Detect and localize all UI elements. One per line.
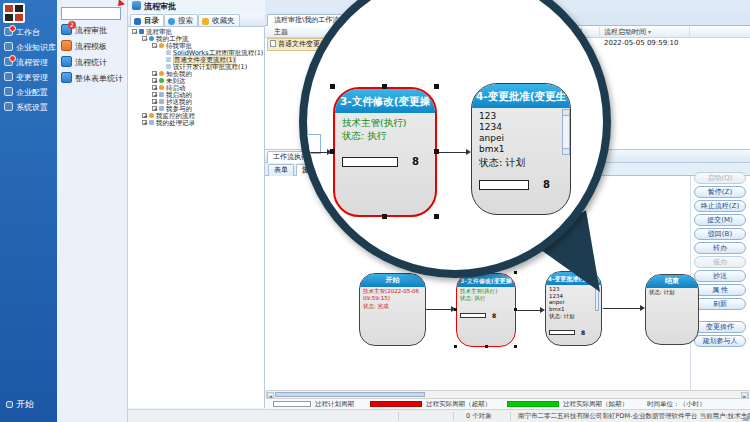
selection-handle (454, 345, 457, 348)
partial-node (299, 134, 321, 154)
node-count: 8 (543, 179, 550, 190)
object-count: 0 个对象 (466, 410, 492, 422)
collapse-icon[interactable] (142, 36, 147, 41)
tab-search[interactable]: 搜索 (164, 14, 198, 26)
selection-handle (434, 84, 439, 89)
expand-icon[interactable] (142, 113, 147, 118)
sidebar-item-process[interactable]: 流程管理 (0, 56, 57, 70)
tab-favorites[interactable]: 收藏夹 (198, 14, 240, 26)
scrollbar-thumb[interactable] (275, 392, 425, 397)
change-operation-button[interactable]: 变更操作 (694, 321, 746, 333)
tree-node-my-records[interactable]: 我的处理记录 (128, 120, 265, 127)
search-input[interactable] (61, 7, 121, 20)
workbench-icon (4, 27, 13, 36)
sidebar-item-change[interactable]: 变更管理 (0, 71, 57, 85)
tree-node-to-start[interactable]: 待启动 (128, 85, 265, 92)
tree-node-root[interactable]: 流程审批 (128, 29, 265, 36)
expand-icon[interactable] (152, 99, 157, 104)
flow-node-start[interactable]: 开始 技术主管(2022-05-06 09:59:15) 状态: 完成 (359, 273, 426, 346)
selection-handle (330, 84, 335, 89)
selection-handle (514, 271, 517, 274)
flow-node-file-modify[interactable]: 3-文件修改(变更操 技术主管(执行) 状态: 执行 8 (456, 273, 516, 347)
refresh-button[interactable]: 刷新 (694, 298, 746, 310)
tree-node-not-arrived[interactable]: 未到达 (128, 78, 265, 85)
flow-node-end[interactable]: 结束 状态: 计划 (645, 274, 699, 345)
launcher-process-stats[interactable]: 流程统计 (61, 56, 125, 70)
flow-doc-icon (166, 64, 171, 69)
tab-form[interactable]: 表单 (268, 164, 294, 176)
tree-node-my-workflows[interactable]: 我的工作流 (128, 36, 265, 43)
col-launch-time[interactable]: 流程启动时间 (604, 26, 651, 38)
catalog-icon (134, 18, 141, 25)
start-button[interactable]: 开始 (6, 398, 34, 411)
search-icon (168, 18, 175, 25)
progress-bar (460, 313, 486, 318)
start-flow-button: 启动(Q) (694, 172, 746, 184)
monitor-icon (149, 113, 154, 118)
properties-button[interactable]: 属 性 (694, 284, 746, 296)
selection-handle (514, 345, 517, 348)
horizontal-scrollbar[interactable]: ◂ ▸ (266, 390, 749, 399)
expand-icon[interactable] (152, 106, 157, 111)
selection-handle (485, 345, 488, 348)
tree-node-started-by-me[interactable]: 我启动的 (128, 92, 265, 99)
expand-icon[interactable] (152, 78, 157, 83)
terminate-flow-button[interactable]: 终止流程(Z) (694, 200, 746, 212)
expand-icon[interactable] (152, 85, 157, 90)
badge-count: 2 (68, 21, 76, 29)
scroll-up-icon[interactable] (563, 110, 569, 116)
expand-icon[interactable] (152, 92, 157, 97)
sidebar-item-knowledge[interactable]: 企业知识库 (0, 41, 57, 55)
selection-handle (454, 308, 457, 311)
legend-swatch-overdue (370, 401, 422, 407)
flow-doc-icon (270, 40, 276, 47)
resize-grip-icon[interactable] (742, 414, 749, 421)
sidebar-item-config[interactable]: 企业配置 (0, 86, 57, 100)
status-bar: 0 个对象 南宁市二零二五科技有限公司彩虹PDM-企业数据管理软件平台 当前用户… (128, 409, 750, 422)
process-approval-icon (132, 1, 141, 10)
tab-catalog[interactable]: 目录 (130, 14, 164, 26)
magnified-node-change-approve[interactable]: 4-变更批准(变更生 123 1234 anpei bmx1 状态: 计划 8 (471, 83, 571, 215)
sidebar-item-workbench[interactable]: 工作台 (0, 26, 57, 40)
launcher-form-stats[interactable]: 整体表单统计 (61, 72, 125, 86)
reject-button[interactable]: 驳回(B) (694, 228, 746, 240)
flow-connector (438, 152, 469, 153)
record-icon (149, 120, 154, 125)
launcher-process-template[interactable]: 流程模板 (61, 40, 125, 54)
scrollbar[interactable] (562, 109, 570, 155)
node-assignee: 技术主管(2022-05-06 (363, 288, 422, 295)
node-status: 状态: 计划 (479, 155, 563, 170)
sidebar-item-settings[interactable]: 系统设置 (0, 101, 57, 115)
col-subject[interactable]: 主题 (274, 26, 288, 38)
collapse-icon[interactable] (132, 29, 137, 34)
tree-panel-title: 流程审批 (128, 0, 265, 13)
scroll-down-icon[interactable] (563, 148, 569, 154)
tree-node-design-plan-flow[interactable]: 设计开发计划审批流程(1) (128, 64, 265, 71)
submit-button[interactable]: 提交(M) (694, 214, 746, 226)
node-count: 8 (581, 329, 585, 336)
expand-icon[interactable] (152, 71, 157, 76)
pause-button[interactable]: 暂停(Z) (694, 186, 746, 198)
progress-bar (479, 180, 529, 190)
tree-node-notified[interactable]: 知会我的 (128, 71, 265, 78)
app-logo (3, 3, 25, 23)
cc-button[interactable]: 抄送 (694, 270, 746, 282)
favorites-folder-icon (202, 18, 209, 25)
scroll-right-icon[interactable]: ▸ (741, 392, 748, 398)
scroll-left-icon[interactable]: ◂ (267, 392, 274, 398)
tree-node-monitored-flows[interactable]: 我监控的流程 (128, 113, 265, 120)
tree-tabbar: 目录 搜索 收藏夹 (128, 13, 265, 27)
magnified-node-file-modify[interactable]: 3-文件修改(变更操 技术主管(执行) 状态: 执行 8 (333, 87, 437, 217)
clock-icon (159, 85, 164, 90)
clock-icon (159, 43, 164, 48)
selection-handle (514, 308, 517, 311)
collapse-icon[interactable] (152, 43, 157, 48)
start-icon (6, 401, 13, 408)
launcher-process-approval[interactable]: 2流程审批 (61, 24, 125, 38)
tree-node-cc-to-me[interactable]: 抄送我的 (128, 99, 265, 106)
expand-icon[interactable] (142, 120, 147, 125)
workflow-icon (149, 36, 154, 41)
transfer-button[interactable]: 转办 (694, 242, 746, 254)
tree-node-participated[interactable]: 我参与的 (128, 106, 265, 113)
plan-participants-button[interactable]: 规划参与人 (694, 335, 746, 347)
